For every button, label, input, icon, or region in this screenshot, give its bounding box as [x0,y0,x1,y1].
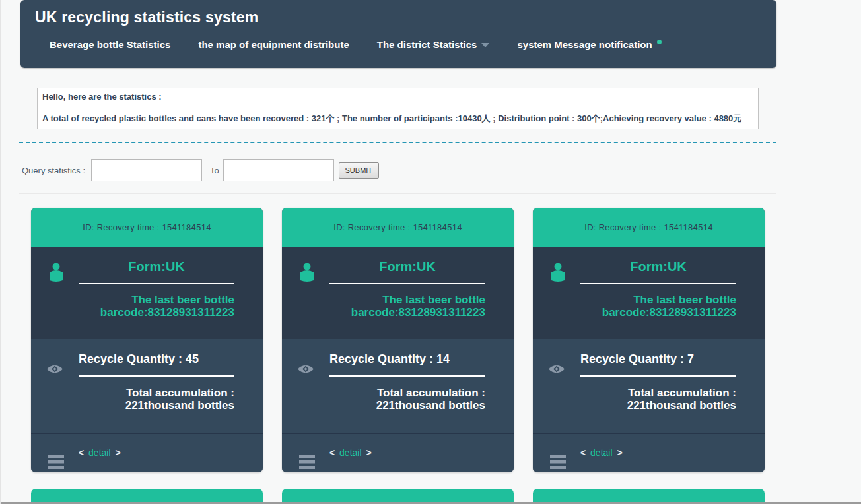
person-icon [48,263,64,288]
notice-summary: A total of recycled plastic bottles and … [42,113,753,125]
card-info-section: Form:UK The last beer bottle barcode:831… [533,247,765,339]
detail-bracket: > [366,447,371,458]
section-divider [19,193,776,194]
eye-icon [297,363,314,377]
query-from-input[interactable] [91,159,202,181]
card-divider-line [580,283,736,284]
detail-bracket: > [617,447,622,458]
card-divider-line [329,375,485,377]
total-line: 221thousand bottles [376,399,485,412]
menu-icon [299,455,315,472]
detail-bracket: < [329,447,335,458]
cards-row-1: ID: Recovery time : 1541184514 Form:UK T… [31,208,776,472]
card-form-label: Form:UK [79,247,234,274]
card-form-label: Form:UK [329,247,485,274]
main-nav: Beverage bottle Statistics the map of eq… [35,39,776,50]
notice-greeting: Hello, here are the statistics : [42,92,753,102]
card-info-section: Form:UK The last beer bottle barcode:831… [31,247,263,339]
card-id-header: ID: Recovery time : 1541184514 [31,208,263,247]
submit-button[interactable]: SUBMIT [339,162,379,179]
detail-label: detail [88,447,110,458]
card-total: Total accumulation : 221thousand bottles [580,387,736,412]
card-footer: < detail > [282,433,514,472]
dashed-divider [19,142,776,143]
barcode-line: The last beer bottle [131,294,234,306]
eye-icon [548,363,565,377]
menu-icon [48,455,64,472]
card-divider-line [79,283,234,284]
card-id-header: ID: Recovery time : 1541184514 [533,208,765,247]
card-divider-line [329,283,485,284]
page: UK recycling statistics system Beverage … [20,0,776,504]
nav-district-statistics[interactable]: The district Statistics [377,39,490,50]
card-id-header: ID: Recovery time : 1541184514 [282,208,514,247]
detail-bracket: < [79,447,84,458]
total-line: Total accumulation : [628,387,736,399]
card-quantity-section: Recycle Quantity : 14 Total accumulation… [282,339,514,433]
card-barcode: The last beer bottle barcode:83128931311… [580,294,736,319]
card-quantity-section: Recycle Quantity : 7 Total accumulation … [533,339,765,433]
query-label: Query statistics : [22,166,85,175]
app-title: UK recycling statistics system [35,9,776,26]
nav-label: the map of equipment distribute [198,39,349,50]
nav-label: The district Statistics [377,39,477,50]
barcode-line: The last beer bottle [382,294,485,306]
detail-label: detail [590,447,612,458]
nav-label: Beverage bottle Statistics [50,39,170,50]
person-icon [550,263,566,288]
detail-link[interactable]: < detail > [580,447,623,458]
card-quantity: Recycle Quantity : 45 [79,339,234,366]
total-line: Total accumulation : [126,387,234,399]
card-barcode: The last beer bottle barcode:83128931311… [329,294,485,319]
nav-equipment-distribute-map[interactable]: the map of equipment distribute [198,39,349,50]
total-line: 221thousand bottles [627,399,736,412]
chevron-down-icon [481,43,489,47]
recycle-card: ID: Recovery time : 1541184514 Form:UK T… [282,208,514,472]
card-divider-line [79,375,234,377]
statistics-notice-box: Hello, here are the statistics : A total… [37,88,759,129]
total-line: Total accumulation : [377,387,485,399]
to-label: To [210,166,219,175]
detail-bracket: > [115,447,120,458]
query-to-input[interactable] [223,159,334,181]
card-divider-line [580,375,736,377]
card-form-label: Form:UK [580,247,736,274]
notification-dot-icon [657,40,662,44]
nav-beverage-bottle-statistics[interactable]: Beverage bottle Statistics [50,39,170,50]
detail-bracket: < [580,447,586,458]
card-footer: < detail > [533,433,765,472]
barcode-line: barcode:83128931311223 [100,306,234,319]
card-quantity: Recycle Quantity : 14 [329,339,485,366]
app-header: UK recycling statistics system Beverage … [20,0,776,68]
card-info-section: Form:UK The last beer bottle barcode:831… [282,247,514,339]
person-icon [299,263,315,288]
recycle-card: ID: Recovery time : 1541184514 Form:UK T… [31,208,263,472]
card-quantity-section: Recycle Quantity : 45 Total accumulation… [31,339,263,433]
card-barcode: The last beer bottle barcode:83128931311… [79,294,234,319]
total-line: 221thousand bottles [125,399,234,412]
nav-label: system Message notification [517,39,652,50]
barcode-line: barcode:83128931311223 [351,306,485,319]
barcode-line: The last beer bottle [633,294,736,306]
barcode-line: barcode:83128931311223 [602,306,736,319]
detail-link[interactable]: < detail > [329,447,372,458]
card-total: Total accumulation : 221thousand bottles [79,387,234,412]
card-quantity: Recycle Quantity : 7 [580,339,736,366]
card-total: Total accumulation : 221thousand bottles [329,387,485,412]
nav-system-message-notification[interactable]: system Message notification [517,39,661,50]
detail-link[interactable]: < detail > [79,447,121,458]
menu-icon [550,455,566,472]
card-footer: < detail > [31,433,263,472]
recycle-card: ID: Recovery time : 1541184514 Form:UK T… [533,208,765,472]
query-form: Query statistics : To SUBMIT [20,159,776,181]
eye-icon [46,363,63,377]
detail-label: detail [339,447,361,458]
